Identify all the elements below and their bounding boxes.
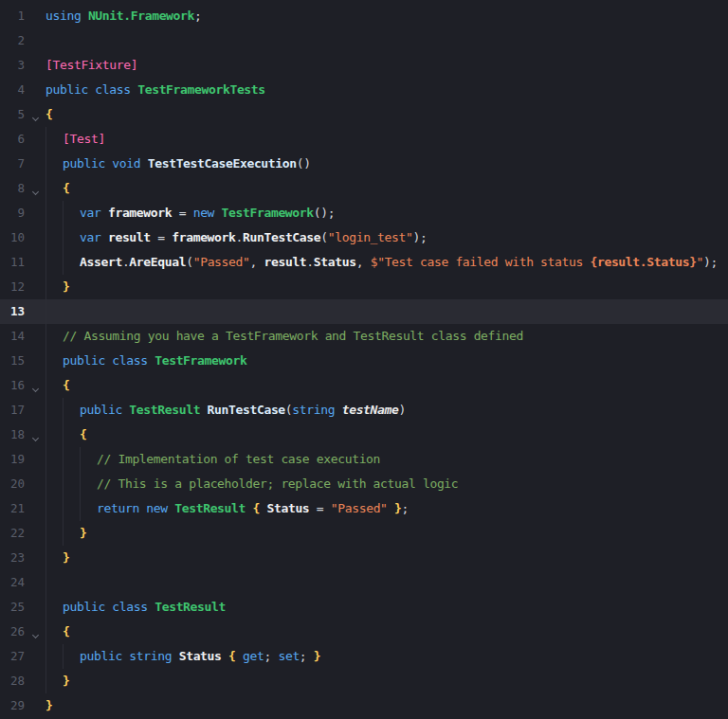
code-token: ); [412, 230, 427, 244]
code-token: NUnit.Framework [88, 9, 194, 23]
line-number[interactable]: 9 [0, 201, 25, 225]
code-line[interactable]: 22} [0, 521, 728, 546]
code-token: Status [179, 649, 222, 663]
code-token: // This is a placeholder; replace with a… [97, 476, 458, 491]
line-number[interactable]: 18 [0, 422, 25, 447]
line-number[interactable]: 2 [0, 28, 25, 53]
line-number[interactable]: 27 [0, 644, 25, 669]
code-line[interactable]: 4public class TestFrameworkTests [0, 78, 728, 102]
line-number[interactable]: 26 [0, 620, 25, 644]
indent-guide [46, 373, 46, 398]
fold-chevron-icon[interactable] [25, 422, 46, 447]
code-line[interactable]: 15public class TestFramework [0, 349, 728, 373]
code-text: } [46, 521, 728, 546]
code-line[interactable]: 8{ [0, 176, 728, 201]
line-number[interactable]: 6 [0, 127, 25, 152]
fold-chevron-icon[interactable] [25, 620, 46, 644]
line-number[interactable]: 7 [0, 152, 25, 176]
code-token: set [278, 649, 299, 663]
code-line[interactable]: 20// This is a placeholder; replace with… [0, 472, 728, 496]
code-line[interactable]: 2 [0, 28, 728, 53]
line-number[interactable]: 12 [0, 275, 25, 299]
code-token: get [243, 649, 264, 663]
indent-guide [63, 201, 64, 225]
code-token: public class [63, 353, 155, 368]
code-line[interactable]: 7public void TestTestCaseExecution() [0, 152, 728, 176]
line-number[interactable]: 8 [0, 176, 25, 201]
code-line[interactable]: 3[TestFixture] [0, 53, 728, 78]
code-token: . [306, 255, 313, 269]
code-token: TestResult [129, 403, 207, 417]
line-number[interactable]: 10 [0, 225, 25, 250]
line-number[interactable]: 3 [0, 53, 25, 78]
line-number[interactable]: 29 [0, 693, 25, 718]
code-line[interactable]: 5{ [0, 102, 728, 127]
code-token: TestFramework [155, 353, 246, 368]
code-token: } [63, 279, 69, 294]
line-number[interactable]: 19 [0, 447, 25, 472]
code-token: TestFramework [222, 206, 314, 220]
code-token: () [297, 156, 311, 171]
code-line[interactable]: 1using NUnit.Framework; [0, 4, 728, 28]
fold-chevron-icon[interactable] [25, 102, 46, 127]
line-number[interactable]: 16 [0, 373, 25, 398]
indent-guide [46, 176, 46, 201]
fold-chevron-icon[interactable] [25, 373, 46, 398]
line-number[interactable]: 5 [0, 102, 25, 127]
code-token: ; [194, 9, 201, 23]
line-number[interactable]: 1 [0, 4, 25, 28]
code-line[interactable]: 10var result = framework.RunTestCase("lo… [0, 225, 728, 250]
code-token: using [46, 9, 88, 23]
code-line[interactable]: 29} [0, 693, 728, 718]
code-line-active[interactable]: 13 [0, 299, 728, 324]
chevron-down-icon [31, 189, 38, 195]
indent-guide [46, 422, 46, 447]
code-line[interactable]: 16{ [0, 373, 728, 398]
code-line[interactable]: 12} [0, 275, 728, 299]
indent-guide [80, 447, 81, 472]
code-line[interactable]: 25public class TestResult [0, 595, 728, 620]
code-token: {result.Status} [590, 255, 696, 269]
code-text: using NUnit.Framework; [46, 4, 728, 28]
code-line[interactable]: 24 [0, 570, 728, 595]
code-line[interactable]: 28} [0, 669, 728, 693]
code-line[interactable]: 19// Implementation of test case executi… [0, 447, 728, 472]
line-number[interactable]: 21 [0, 496, 25, 521]
code-text: // Implementation of test case execution [46, 447, 728, 472]
code-line[interactable]: 14// Assuming you have a TestFramework a… [0, 324, 728, 349]
code-line[interactable]: 9var framework = new TestFramework(); [0, 201, 728, 225]
code-line[interactable]: 26{ [0, 620, 728, 644]
code-line[interactable]: 18{ [0, 422, 728, 447]
indent-guide [46, 152, 46, 176]
line-number[interactable]: 22 [0, 521, 25, 546]
code-line[interactable]: 11Assert.AreEqual("Passed", result.Statu… [0, 250, 728, 275]
line-number[interactable]: 11 [0, 250, 25, 275]
line-number[interactable]: 23 [0, 546, 25, 570]
code-line[interactable]: 23} [0, 546, 728, 570]
line-number[interactable]: 4 [0, 78, 25, 102]
code-line[interactable]: 17public TestResult RunTestCase(string t… [0, 398, 728, 422]
indent-guide [46, 324, 46, 349]
code-line[interactable]: 21return new TestResult { Status = "Pass… [0, 496, 728, 521]
code-token: framework [108, 206, 172, 220]
line-number[interactable]: 20 [0, 472, 25, 496]
chevron-down-icon [31, 386, 38, 392]
line-number[interactable]: 17 [0, 398, 25, 422]
code-line[interactable]: 6[Test] [0, 127, 728, 152]
line-number[interactable]: 28 [0, 669, 25, 693]
code-token: } [63, 550, 69, 565]
code-token: AreEqual [129, 255, 186, 269]
fold-chevron-icon[interactable] [25, 176, 46, 201]
code-token [222, 649, 228, 663]
line-number[interactable]: 13 [0, 299, 25, 324]
line-number[interactable]: 15 [0, 349, 25, 373]
line-number[interactable]: 25 [0, 595, 25, 620]
line-number[interactable]: 24 [0, 570, 25, 595]
code-text: var result = framework.RunTestCase("logi… [46, 225, 728, 250]
code-line[interactable]: 27public string Status { get; set; } [0, 644, 728, 669]
line-number[interactable]: 14 [0, 324, 25, 349]
fold-spacer [25, 447, 46, 472]
code-text: } [46, 275, 728, 299]
code-text: public class TestFramework [46, 349, 728, 373]
code-token: } [46, 698, 52, 712]
